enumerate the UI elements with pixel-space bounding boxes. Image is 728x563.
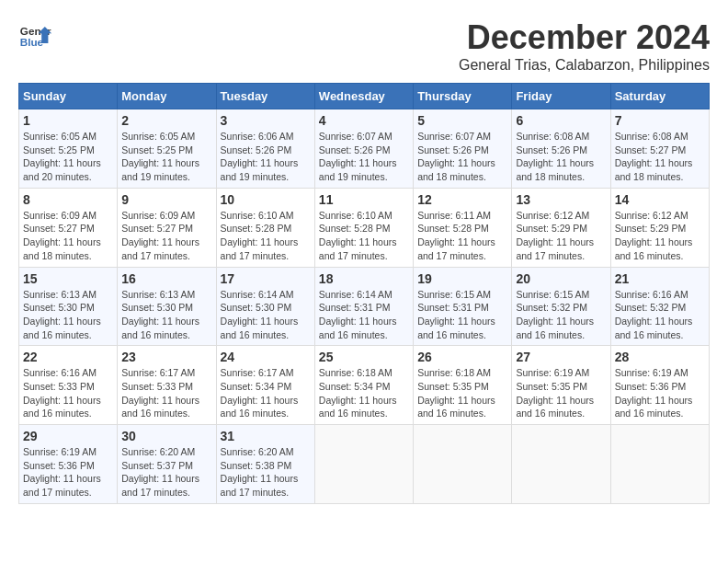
day-detail: Sunrise: 6:11 AMSunset: 5:28 PMDaylight:…	[417, 209, 507, 263]
day-number: 11	[319, 192, 409, 207]
day-detail: Sunrise: 6:09 AMSunset: 5:27 PMDaylight:…	[121, 209, 211, 263]
calendar-cell: 17Sunrise: 6:14 AMSunset: 5:30 PMDayligh…	[216, 267, 314, 346]
calendar-cell: 9Sunrise: 6:09 AMSunset: 5:27 PMDaylight…	[118, 188, 216, 267]
day-number: 19	[417, 271, 507, 286]
calendar-header-row: SundayMondayTuesdayWednesdayThursdayFrid…	[19, 84, 710, 109]
day-detail: Sunrise: 6:13 AMSunset: 5:30 PMDaylight:…	[121, 288, 211, 342]
day-number: 3	[221, 113, 311, 128]
calendar-cell: 10Sunrise: 6:10 AMSunset: 5:28 PMDayligh…	[216, 188, 314, 267]
calendar-cell: 13Sunrise: 6:12 AMSunset: 5:29 PMDayligh…	[512, 188, 610, 267]
day-number: 29	[23, 429, 113, 443]
day-number: 13	[516, 192, 606, 207]
column-header-tuesday: Tuesday	[216, 84, 314, 109]
day-detail: Sunrise: 6:12 AMSunset: 5:29 PMDaylight:…	[516, 209, 606, 263]
calendar-cell: 14Sunrise: 6:12 AMSunset: 5:29 PMDayligh…	[610, 188, 709, 267]
calendar-cell	[512, 425, 610, 504]
logo-icon: General Blue	[18, 18, 51, 52]
day-number: 14	[615, 192, 705, 207]
calendar-cell: 25Sunrise: 6:18 AMSunset: 5:34 PMDayligh…	[314, 346, 413, 425]
day-detail: Sunrise: 6:10 AMSunset: 5:28 PMDaylight:…	[319, 209, 409, 263]
calendar-cell: 23Sunrise: 6:17 AMSunset: 5:33 PMDayligh…	[118, 346, 216, 425]
calendar-cell: 18Sunrise: 6:14 AMSunset: 5:31 PMDayligh…	[314, 267, 413, 346]
day-detail: Sunrise: 6:13 AMSunset: 5:30 PMDaylight:…	[23, 288, 113, 342]
calendar-week-row: 1Sunrise: 6:05 AMSunset: 5:25 PMDaylight…	[19, 109, 710, 189]
day-number: 7	[615, 113, 705, 128]
calendar-cell: 16Sunrise: 6:13 AMSunset: 5:30 PMDayligh…	[118, 267, 216, 346]
calendar-cell	[314, 425, 413, 504]
day-detail: Sunrise: 6:10 AMSunset: 5:28 PMDaylight:…	[221, 209, 311, 263]
column-header-thursday: Thursday	[414, 84, 512, 109]
calendar-week-row: 15Sunrise: 6:13 AMSunset: 5:30 PMDayligh…	[19, 267, 710, 346]
calendar-cell: 29Sunrise: 6:19 AMSunset: 5:36 PMDayligh…	[19, 425, 118, 504]
calendar-cell: 28Sunrise: 6:19 AMSunset: 5:36 PMDayligh…	[610, 346, 709, 425]
calendar-cell: 4Sunrise: 6:07 AMSunset: 5:26 PMDaylight…	[314, 109, 413, 189]
day-number: 2	[121, 113, 211, 128]
calendar-cell	[414, 425, 512, 504]
day-number: 22	[23, 350, 113, 364]
day-detail: Sunrise: 6:15 AMSunset: 5:31 PMDaylight:…	[417, 288, 507, 342]
day-number: 9	[121, 192, 211, 207]
day-number: 21	[615, 271, 705, 286]
day-detail: Sunrise: 6:19 AMSunset: 5:35 PMDaylight:…	[516, 366, 606, 420]
day-number: 24	[221, 350, 311, 364]
calendar-cell: 7Sunrise: 6:08 AMSunset: 5:27 PMDaylight…	[610, 109, 709, 189]
day-number: 23	[121, 350, 211, 364]
title-block: December 2024 General Trias, Calabarzon,…	[459, 18, 710, 74]
day-detail: Sunrise: 6:06 AMSunset: 5:26 PMDaylight:…	[221, 130, 311, 184]
calendar-cell: 26Sunrise: 6:18 AMSunset: 5:35 PMDayligh…	[414, 346, 512, 425]
day-detail: Sunrise: 6:17 AMSunset: 5:34 PMDaylight:…	[221, 366, 311, 420]
calendar-cell: 8Sunrise: 6:09 AMSunset: 5:27 PMDaylight…	[19, 188, 118, 267]
calendar-cell	[610, 425, 709, 504]
column-header-sunday: Sunday	[19, 84, 118, 109]
calendar-cell: 1Sunrise: 6:05 AMSunset: 5:25 PMDaylight…	[19, 109, 118, 189]
day-detail: Sunrise: 6:12 AMSunset: 5:29 PMDaylight:…	[615, 209, 705, 263]
calendar-cell: 22Sunrise: 6:16 AMSunset: 5:33 PMDayligh…	[19, 346, 118, 425]
day-number: 4	[319, 113, 409, 128]
day-number: 5	[417, 113, 507, 128]
day-detail: Sunrise: 6:19 AMSunset: 5:36 PMDaylight:…	[23, 445, 113, 500]
day-number: 26	[417, 350, 507, 364]
day-detail: Sunrise: 6:19 AMSunset: 5:36 PMDaylight:…	[615, 366, 705, 420]
calendar-cell: 3Sunrise: 6:06 AMSunset: 5:26 PMDaylight…	[216, 109, 314, 189]
column-header-saturday: Saturday	[610, 84, 709, 109]
calendar-cell: 21Sunrise: 6:16 AMSunset: 5:32 PMDayligh…	[610, 267, 709, 346]
month-title: December 2024	[459, 18, 710, 57]
day-detail: Sunrise: 6:16 AMSunset: 5:33 PMDaylight:…	[23, 366, 113, 420]
day-number: 27	[516, 350, 606, 364]
calendar-cell: 15Sunrise: 6:13 AMSunset: 5:30 PMDayligh…	[19, 267, 118, 346]
day-number: 31	[221, 429, 311, 443]
day-number: 30	[121, 429, 211, 443]
day-number: 28	[615, 350, 705, 364]
calendar-week-row: 8Sunrise: 6:09 AMSunset: 5:27 PMDaylight…	[19, 188, 710, 267]
calendar-cell: 30Sunrise: 6:20 AMSunset: 5:37 PMDayligh…	[118, 425, 216, 504]
day-number: 17	[221, 271, 311, 286]
day-number: 15	[23, 271, 113, 286]
column-header-wednesday: Wednesday	[314, 84, 413, 109]
calendar-cell: 2Sunrise: 6:05 AMSunset: 5:25 PMDaylight…	[118, 109, 216, 189]
calendar-week-row: 29Sunrise: 6:19 AMSunset: 5:36 PMDayligh…	[19, 425, 710, 504]
day-number: 16	[121, 271, 211, 286]
day-number: 25	[319, 350, 409, 364]
calendar-cell: 24Sunrise: 6:17 AMSunset: 5:34 PMDayligh…	[216, 346, 314, 425]
calendar-cell: 19Sunrise: 6:15 AMSunset: 5:31 PMDayligh…	[414, 267, 512, 346]
calendar-cell: 31Sunrise: 6:20 AMSunset: 5:38 PMDayligh…	[216, 425, 314, 504]
column-header-friday: Friday	[512, 84, 610, 109]
day-detail: Sunrise: 6:05 AMSunset: 5:25 PMDaylight:…	[23, 130, 113, 184]
column-header-monday: Monday	[118, 84, 216, 109]
calendar-cell: 20Sunrise: 6:15 AMSunset: 5:32 PMDayligh…	[512, 267, 610, 346]
day-detail: Sunrise: 6:08 AMSunset: 5:27 PMDaylight:…	[615, 130, 705, 184]
day-detail: Sunrise: 6:07 AMSunset: 5:26 PMDaylight:…	[319, 130, 409, 184]
location-title: General Trias, Calabarzon, Philippines	[459, 57, 710, 74]
day-detail: Sunrise: 6:09 AMSunset: 5:27 PMDaylight:…	[23, 209, 113, 263]
day-detail: Sunrise: 6:20 AMSunset: 5:38 PMDaylight:…	[221, 445, 311, 500]
day-detail: Sunrise: 6:17 AMSunset: 5:33 PMDaylight:…	[121, 366, 211, 420]
day-number: 12	[417, 192, 507, 207]
day-number: 20	[516, 271, 606, 286]
day-number: 18	[319, 271, 409, 286]
calendar-cell: 6Sunrise: 6:08 AMSunset: 5:26 PMDaylight…	[512, 109, 610, 189]
day-detail: Sunrise: 6:14 AMSunset: 5:31 PMDaylight:…	[319, 288, 409, 342]
day-number: 8	[23, 192, 113, 207]
day-number: 10	[221, 192, 311, 207]
day-detail: Sunrise: 6:16 AMSunset: 5:32 PMDaylight:…	[615, 288, 705, 342]
day-detail: Sunrise: 6:05 AMSunset: 5:25 PMDaylight:…	[121, 130, 211, 184]
